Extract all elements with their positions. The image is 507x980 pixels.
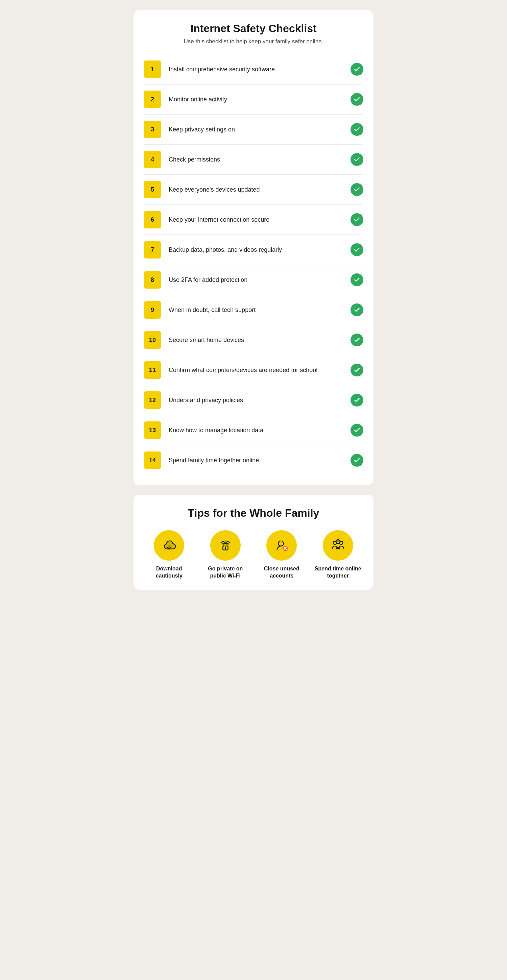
checklist-item: 12 Understand privacy policies [143,385,364,415]
item-text: Secure smart home devices [169,337,345,344]
item-text: When in doubt, call tech support [169,307,345,313]
checklist-item: 5 Keep everyone's devices updated [143,175,364,205]
item-text: Install comprehensive security software [169,66,345,73]
check-icon [351,394,364,407]
check-icon [351,153,364,166]
item-text: Confirm what computers/devices are neede… [169,367,345,374]
tip-item: Go private on public Wi-Fi [200,530,251,579]
svg-point-10 [336,541,340,544]
item-number: 14 [143,452,161,469]
checklist-item: 11 Confirm what computers/devices are ne… [143,355,364,385]
check-icon [351,334,364,346]
check-icon [351,63,364,76]
check-icon [351,123,364,136]
tip-icon-circle [323,530,353,561]
item-text: Keep privacy settings on [169,126,345,133]
checklist-title: Internet Safety Checklist [143,22,364,35]
check-icon [351,243,364,256]
checklist-item: 13 Know how to manage location data [143,415,364,445]
item-text: Keep everyone's devices updated [169,186,345,193]
item-text: Know how to manage location data [169,427,345,434]
tip-item: Download cautiously [143,530,195,579]
item-text: Check permissions [169,156,345,163]
svg-point-4 [279,541,284,546]
check-icon [351,364,364,377]
tip-label: Spend time online together [312,565,364,579]
item-text: Monitor online activity [169,96,345,103]
tip-label: Close unused accounts [256,565,307,579]
checklist-card: Internet Safety Checklist Use this check… [134,10,373,485]
check-icon [351,454,364,467]
checklist-subtitle: Use this checklist to help keep your fam… [143,38,364,45]
checklist-item: 6 Keep your internet connection secure [143,205,364,235]
tip-item: Spend time online together [312,530,364,579]
checklist-item: 3 Keep privacy settings on [143,115,364,145]
checklist-item: 14 Spend family time together online [143,445,364,475]
checklist-item: 9 When in doubt, call tech support [143,295,364,325]
tip-icon-circle [266,530,297,561]
item-number: 3 [143,121,161,138]
item-text: Spend family time together online [169,457,345,464]
item-text: Keep your internet connection secure [169,216,345,223]
checklist-list: 1 Install comprehensive security softwar… [143,54,364,475]
check-icon [351,424,364,437]
tip-label: Download cautiously [143,565,195,579]
tip-label: Go private on public Wi-Fi [200,565,251,579]
item-number: 6 [143,211,161,228]
check-icon [351,213,364,226]
item-text: Understand privacy policies [169,397,345,404]
item-number: 8 [143,271,161,289]
check-icon [351,274,364,286]
checklist-item: 2 Monitor online activity [143,84,364,115]
check-icon [351,93,364,106]
svg-point-9 [340,541,343,545]
item-number: 9 [143,301,161,319]
checklist-item: 10 Secure smart home devices [143,325,364,355]
item-number: 7 [143,241,161,259]
item-number: 2 [143,91,161,108]
item-number: 10 [143,331,161,349]
item-text: Backup data, photos, and videos regularl… [169,247,345,253]
tip-icon-circle [210,530,241,561]
item-number: 1 [143,60,161,78]
svg-point-8 [333,541,336,545]
check-icon [351,183,364,196]
item-number: 12 [143,391,161,409]
tips-title: Tips for the Whole Family [143,507,364,519]
checklist-item: 8 Use 2FA for added protection [143,265,364,295]
item-number: 13 [143,422,161,439]
item-number: 4 [143,151,161,168]
item-number: 11 [143,361,161,379]
checklist-item: 7 Backup data, photos, and videos regula… [143,235,364,265]
tips-grid: Download cautiously Go private on public… [143,530,364,579]
item-number: 5 [143,181,161,198]
checklist-item: 1 Install comprehensive security softwar… [143,54,364,84]
item-text: Use 2FA for added protection [169,277,345,283]
check-icon [351,304,364,316]
tips-card: Tips for the Whole Family Download cauti… [134,495,373,590]
checklist-item: 4 Check permissions [143,145,364,175]
tip-item: Close unused accounts [256,530,307,579]
tip-icon-circle [154,530,184,561]
